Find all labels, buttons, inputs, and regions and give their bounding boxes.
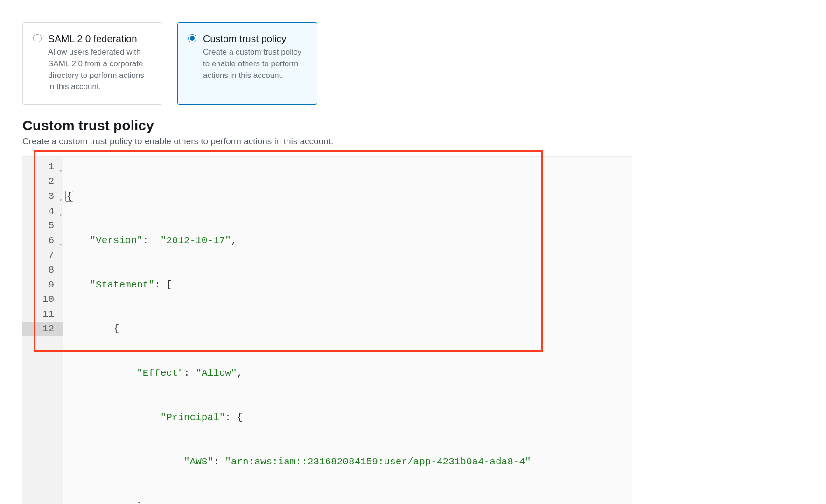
line-number: 5	[22, 218, 63, 233]
option-desc: Allow users federated with SAML 2.0 from…	[48, 47, 152, 93]
line-number: 3▾	[22, 189, 63, 204]
code-line: {	[66, 189, 632, 204]
line-number: 12	[22, 322, 63, 336]
section-title: Custom trust policy	[22, 118, 804, 133]
option-title: SAML 2.0 federation	[48, 32, 152, 45]
line-number: 9	[22, 278, 63, 293]
policy-editor-wrap: 1▾ 2 3▾ 4▾ 5 6▾ 7 8 9 10 11 12 { "Versio…	[22, 156, 804, 504]
policy-editor[interactable]: 1▾ 2 3▾ 4▾ 5 6▾ 7 8 9 10 11 12 { "Versio…	[22, 156, 632, 504]
line-number: 2	[22, 174, 63, 189]
code-line: "Version": "2012-10-17",	[66, 233, 632, 248]
radio-saml[interactable]	[33, 34, 42, 42]
option-saml-federation[interactable]: SAML 2.0 federation Allow users federate…	[22, 22, 162, 105]
editor-gutter: 1▾ 2 3▾ 4▾ 5 6▾ 7 8 9 10 11 12	[22, 157, 63, 504]
section-desc: Create a custom trust policy to enable o…	[22, 136, 804, 147]
line-number: 10	[22, 292, 63, 307]
option-body: Custom trust policy Create a custom trus…	[203, 32, 307, 81]
code-line: "Principal": {	[66, 410, 632, 425]
trusted-entity-options: SAML 2.0 federation Allow users federate…	[22, 22, 804, 105]
code-line: },	[66, 499, 632, 504]
line-number: 7	[22, 248, 63, 263]
line-number: 4▾	[22, 204, 63, 219]
option-custom-trust-policy[interactable]: Custom trust policy Create a custom trus…	[177, 22, 317, 105]
code-line: "Effect": "Allow",	[66, 366, 632, 381]
option-desc: Create a custom trust policy to enable o…	[203, 47, 307, 81]
code-line: "AWS": "arn:aws:iam::231682084159:user/a…	[66, 455, 632, 469]
option-title: Custom trust policy	[203, 32, 307, 45]
editor-code[interactable]: { "Version": "2012-10-17", "Statement": …	[63, 157, 632, 504]
line-number: 11	[22, 307, 63, 322]
option-body: SAML 2.0 federation Allow users federate…	[48, 32, 152, 93]
code-line: {	[66, 322, 632, 336]
line-number: 1▾	[22, 160, 63, 175]
line-number: 8	[22, 263, 63, 278]
line-number: 6▾	[22, 233, 63, 248]
code-line: "Statement": [	[66, 278, 632, 293]
radio-custom[interactable]	[188, 34, 196, 42]
